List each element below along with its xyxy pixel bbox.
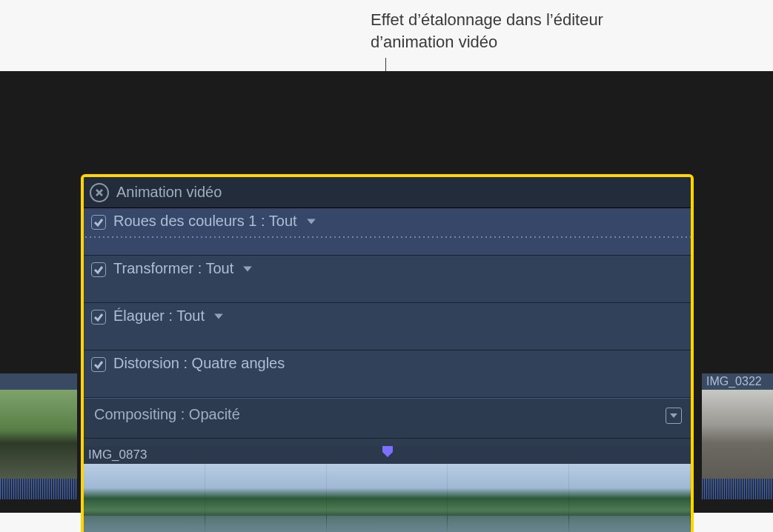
- clip-filmstrip: [84, 464, 691, 532]
- clip-thumbnail: [0, 390, 77, 479]
- effect-checkbox[interactable]: [91, 215, 106, 230]
- keyframe-track[interactable]: [84, 236, 691, 238]
- check-icon: [93, 265, 104, 275]
- expand-compositing-button[interactable]: [666, 408, 682, 424]
- effect-label: Distorsion : Quatre angles: [113, 355, 285, 372]
- callout-line-1: Effet d’étalonnage dans l’éditeur: [371, 9, 682, 31]
- close-icon: [95, 188, 104, 197]
- callout-text: Effet d’étalonnage dans l’éditeur d’anim…: [371, 9, 682, 53]
- effect-row-distort[interactable]: Distorsion : Quatre angles: [84, 350, 691, 398]
- chevron-down-icon: [242, 264, 253, 274]
- editor-header: Animation vidéo: [84, 177, 691, 208]
- effect-row-compositing[interactable]: Compositing : Opacité: [84, 398, 691, 439]
- clip-audio-waveform: [0, 479, 77, 499]
- effect-label: Transformer : Tout: [113, 260, 233, 277]
- close-editor-button[interactable]: [90, 183, 109, 202]
- playhead-marker-icon[interactable]: [381, 445, 394, 458]
- video-animation-editor: Animation vidéo Roues des couleurs 1 : T…: [81, 174, 694, 532]
- effect-label: Roues des couleurs 1 : Tout: [113, 213, 297, 230]
- filmstrip-frame: [84, 464, 205, 532]
- chevron-down-icon: [669, 411, 678, 420]
- effect-label: Élaguer : Tout: [113, 307, 205, 325]
- effect-parameter-dropdown[interactable]: [212, 310, 225, 323]
- filmstrip-frame: [569, 464, 691, 532]
- check-icon: [93, 359, 104, 370]
- effect-row-transform[interactable]: Transformer : Tout: [84, 256, 691, 303]
- clip-label-bar: IMG_0322: [702, 373, 773, 390]
- adjacent-clip-left[interactable]: [0, 373, 77, 499]
- chevron-down-icon: [306, 216, 316, 227]
- effect-checkbox[interactable]: [91, 357, 106, 372]
- check-icon: [93, 312, 104, 322]
- clip-thumbnail: [702, 390, 773, 479]
- clip-audio-waveform: [702, 479, 773, 499]
- effect-checkbox[interactable]: [91, 262, 106, 277]
- selected-clip[interactable]: IMG_0873: [84, 446, 691, 532]
- filmstrip-frame: [205, 464, 327, 532]
- effect-parameter-dropdown[interactable]: [305, 215, 318, 228]
- clip-label-bar: [0, 373, 77, 390]
- effect-checkbox[interactable]: [91, 310, 106, 325]
- editor-title: Animation vidéo: [116, 184, 222, 201]
- adjacent-clip-right[interactable]: IMG_0322: [702, 373, 773, 499]
- effect-row-color-wheels[interactable]: Roues des couleurs 1 : Tout: [84, 208, 691, 256]
- compositing-label: Compositing : Opacité: [91, 406, 240, 423]
- check-icon: [93, 217, 104, 227]
- chevron-down-icon: [213, 311, 224, 322]
- filmstrip-frame: [448, 464, 569, 532]
- filmstrip-frame: [327, 464, 448, 532]
- callout-line-2: d’animation vidéo: [371, 31, 682, 53]
- timeline-background: IMG_0322 Animation vidéo Roues des coule…: [0, 71, 773, 513]
- effect-parameter-dropdown[interactable]: [241, 262, 254, 276]
- effect-row-crop[interactable]: Élaguer : Tout: [84, 303, 691, 350]
- clip-label: IMG_0322: [702, 373, 773, 388]
